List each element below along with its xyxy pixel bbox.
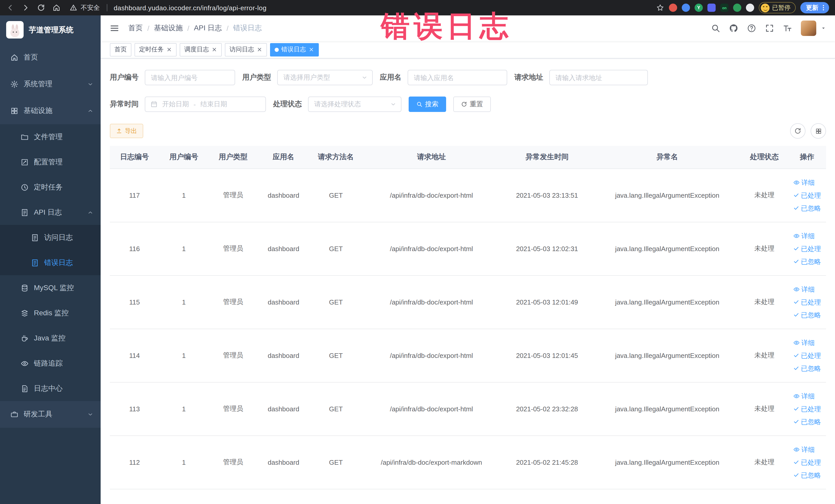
header-exception-name: 异常名: [594, 146, 740, 168]
help-icon[interactable]: [747, 24, 756, 33]
action-detail[interactable]: 详细: [793, 283, 821, 296]
column-settings-button[interactable]: [811, 123, 826, 139]
close-icon[interactable]: [166, 47, 172, 53]
action-ignored[interactable]: 已忽略: [793, 468, 821, 481]
github-icon[interactable]: [729, 24, 738, 33]
check-icon: [793, 352, 799, 358]
action-detail[interactable]: 详细: [793, 336, 821, 349]
tab-error-log[interactable]: 错误日志: [270, 43, 319, 56]
cell-user-id: 1: [159, 436, 208, 489]
cell-request-url: /api/infra/db-doc/export-html: [363, 329, 500, 382]
reset-label: 重置: [470, 100, 483, 109]
action-processed[interactable]: 已处理: [793, 402, 821, 415]
refresh-button[interactable]: [790, 123, 806, 139]
action-detail[interactable]: 详细: [793, 389, 821, 402]
close-icon[interactable]: [257, 47, 262, 53]
address-bar[interactable]: 不安全 dashboard.yudao.iocoder.cn/infra/log…: [70, 3, 266, 12]
logo[interactable]: 芋道管理系统: [0, 15, 101, 44]
extension-icon-4[interactable]: [708, 4, 716, 12]
action-detail[interactable]: 详细: [793, 176, 821, 189]
extension-icon-7[interactable]: [746, 4, 754, 12]
extension-icon-5[interactable]: on: [720, 4, 729, 12]
user-type-select[interactable]: 请选择用户类型: [277, 70, 373, 85]
breadcrumb-home[interactable]: 首页: [128, 24, 143, 33]
search-button[interactable]: 搜索: [409, 97, 446, 112]
columns-grid-icon: [815, 127, 822, 134]
tab-home[interactable]: 首页: [110, 43, 131, 56]
action-processed[interactable]: 已处理: [793, 456, 821, 468]
action-detail[interactable]: 详细: [793, 229, 821, 242]
action-processed[interactable]: 已处理: [793, 242, 821, 255]
browser-toolbar: 不安全 dashboard.yudao.iocoder.cn/infra/log…: [0, 0, 835, 15]
chrome-update-button[interactable]: 更新: [800, 2, 829, 13]
font-size-icon[interactable]: [783, 24, 792, 33]
sidebar-item-label: 链路追踪: [34, 359, 63, 368]
fullscreen-icon[interactable]: [765, 24, 774, 33]
cell-actions: 详细 已处理 已忽略: [788, 222, 826, 275]
extension-icon-1[interactable]: [669, 4, 677, 12]
extension-icon-2[interactable]: [682, 4, 690, 12]
avatar[interactable]: [801, 21, 816, 36]
action-ignored[interactable]: 已忽略: [793, 255, 821, 268]
date-range-picker[interactable]: 开始日期 - 结束日期: [145, 97, 266, 112]
caret-down-icon[interactable]: [821, 26, 826, 31]
breadcrumb-infra[interactable]: 基础设施: [154, 24, 183, 33]
reload-icon[interactable]: [37, 4, 45, 12]
header-log-id: 日志编号: [110, 146, 159, 168]
close-icon[interactable]: [308, 47, 314, 53]
cell-app-name: dashboard: [258, 329, 309, 382]
action-processed[interactable]: 已处理: [793, 189, 821, 202]
tab-access-log[interactable]: 访问日志: [225, 43, 267, 56]
sidebar-item-access-log[interactable]: 访问日志: [0, 225, 101, 250]
sidebar-item-redis-monitor[interactable]: Redis 监控: [0, 300, 101, 326]
kebab-menu-icon[interactable]: [820, 4, 827, 11]
tab-schedule-log[interactable]: 调度日志: [180, 43, 222, 56]
sidebar-item-dev-tools[interactable]: 研发工具: [0, 401, 101, 428]
back-icon[interactable]: [6, 4, 14, 12]
sidebar-item-infra[interactable]: 基础设施: [0, 98, 101, 124]
export-button[interactable]: 导出: [110, 124, 143, 138]
start-date-placeholder: 开始日期: [162, 100, 189, 109]
url-text[interactable]: dashboard.yudao.iocoder.cn/infra/log/api…: [114, 4, 266, 12]
user-id-input[interactable]: [145, 70, 235, 85]
extension-icon-6[interactable]: [733, 4, 741, 12]
action-ignored[interactable]: 已忽略: [793, 362, 821, 375]
sidebar-item-java-monitor[interactable]: Java 监控: [0, 326, 101, 351]
request-url-input[interactable]: [549, 70, 648, 85]
check-icon: [793, 312, 799, 318]
range-separator: -: [194, 100, 196, 108]
action-processed[interactable]: 已处理: [793, 349, 821, 362]
sidebar-item-home[interactable]: 首页: [0, 44, 101, 71]
sidebar-item-api-log[interactable]: API 日志: [0, 200, 101, 225]
tab-scheduled-task[interactable]: 定时任务: [135, 43, 177, 56]
search-icon[interactable]: [711, 24, 720, 33]
extension-icon-3[interactable]: Y: [695, 4, 703, 12]
sidebar-item-mysql-monitor[interactable]: MySQL 监控: [0, 275, 101, 300]
sidebar-item-trace[interactable]: 链路追踪: [0, 351, 101, 376]
sidebar-item-log-center[interactable]: 日志中心: [0, 376, 101, 401]
filter-status: 处理状态 请选择处理状态: [273, 97, 402, 112]
action-ignored[interactable]: 已忽略: [793, 202, 821, 215]
breadcrumb-api-log[interactable]: API 日志: [194, 24, 222, 33]
forward-icon[interactable]: [22, 4, 30, 12]
reset-button[interactable]: 重置: [453, 97, 491, 112]
profile-paused-chip[interactable]: 已暂停: [759, 2, 796, 13]
app-name-input[interactable]: [408, 70, 507, 85]
bookmark-star-icon[interactable]: [656, 4, 664, 12]
action-ignored[interactable]: 已忽略: [793, 415, 821, 428]
status-select[interactable]: 请选择处理状态: [308, 97, 402, 112]
sidebar-item-config-manage[interactable]: 配置管理: [0, 149, 101, 175]
action-detail[interactable]: 详细: [793, 443, 821, 456]
grid-icon: [10, 107, 19, 115]
sidebar-item-error-log[interactable]: 错误日志: [0, 250, 101, 275]
action-processed[interactable]: 已处理: [793, 296, 821, 308]
close-icon[interactable]: [211, 47, 217, 53]
action-ignored[interactable]: 已忽略: [793, 308, 821, 321]
sidebar-item-scheduled-task[interactable]: 定时任务: [0, 175, 101, 200]
check-icon: [793, 406, 799, 412]
hamburger-icon[interactable]: [110, 24, 119, 33]
sidebar-item-system[interactable]: 系统管理: [0, 71, 101, 98]
home-icon[interactable]: [53, 4, 61, 12]
sidebar-item-file-manage[interactable]: 文件管理: [0, 124, 101, 149]
cell-exception-time: 2021-05-03 23:13:51: [500, 168, 594, 222]
